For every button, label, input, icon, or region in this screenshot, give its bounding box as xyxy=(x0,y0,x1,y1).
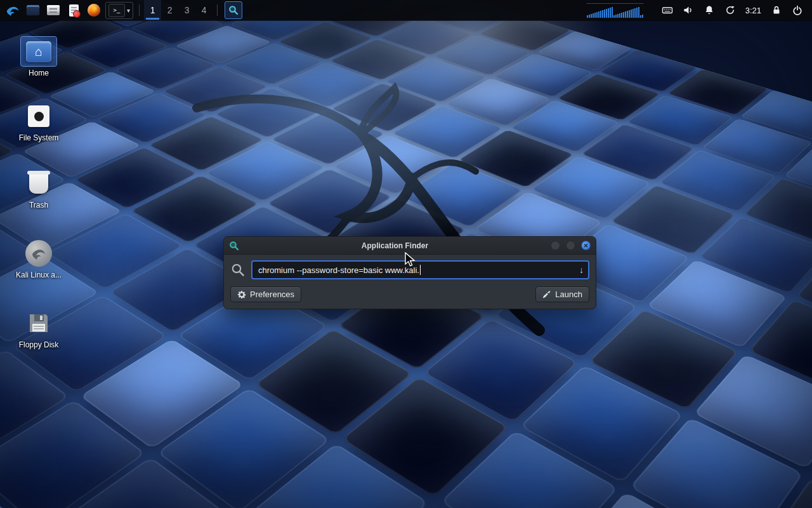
file-system-drive-icon xyxy=(21,102,56,131)
firefox-icon xyxy=(88,4,100,17)
application-finder-icon xyxy=(228,5,239,15)
file-manager-icon xyxy=(47,5,60,15)
launcher-firefox[interactable] xyxy=(85,1,103,19)
workspace-1[interactable]: 1 xyxy=(144,0,161,20)
top-panel: >_ ▾ | 1 2 3 4 | 3:21 xyxy=(0,0,812,20)
power-icon[interactable] xyxy=(792,4,803,16)
application-finder-window: Application Finder ✕ chromium --password… xyxy=(223,236,596,309)
titlebar[interactable]: Application Finder ✕ xyxy=(224,237,596,255)
desktop-icon-trash[interactable]: Trash xyxy=(11,169,67,210)
home-glyph: ⌂ xyxy=(35,44,43,59)
kali-logo-icon xyxy=(21,239,56,268)
search-input[interactable]: chromium --password-store=basic www.kali… xyxy=(251,260,589,279)
desktop-icon-file-system[interactable]: File System xyxy=(11,102,67,142)
close-button[interactable]: ✕ xyxy=(581,241,591,250)
search-query-text: chromium --password-store=basic www.kali… xyxy=(258,265,419,275)
desktop-icon-label: Home xyxy=(29,69,49,77)
audio-visualizer xyxy=(587,3,643,18)
launcher-text-editor[interactable] xyxy=(65,1,82,19)
lock-icon[interactable] xyxy=(771,4,782,16)
close-icon: ✕ xyxy=(584,243,589,249)
launch-rocket-icon xyxy=(542,290,551,299)
launcher-file-manager[interactable] xyxy=(44,1,62,19)
floppy-disk-icon xyxy=(21,309,56,338)
clock[interactable]: 3:21 xyxy=(745,6,761,15)
chevron-down-icon[interactable]: ▾ xyxy=(127,7,130,14)
launch-label: Launch xyxy=(555,290,582,299)
launch-button[interactable]: Launch xyxy=(535,286,589,302)
kali-dragon-art xyxy=(159,64,565,381)
volume-icon[interactable] xyxy=(683,4,694,16)
text-caret xyxy=(420,265,421,275)
entry-dropdown-arrow-icon[interactable]: ↓ xyxy=(579,265,584,275)
trash-can-icon xyxy=(21,169,56,198)
desktop-icon-kali-installer[interactable]: Kali Linux a... xyxy=(11,239,67,279)
desktop-icon-label: Floppy Disk xyxy=(19,341,59,349)
workspace-3[interactable]: 3 xyxy=(178,0,195,20)
preferences-button[interactable]: Preferences xyxy=(230,286,301,302)
text-editor-icon xyxy=(69,4,79,17)
search-icon xyxy=(230,262,246,277)
launcher-application-finder[interactable] xyxy=(225,1,242,19)
home-folder-icon: ⌂ xyxy=(21,37,56,66)
kali-menu-icon xyxy=(5,3,20,18)
desktop-icon-home[interactable]: ⌂ Home xyxy=(11,37,67,77)
workspace-4[interactable]: 4 xyxy=(195,0,213,20)
window-title: Application Finder xyxy=(239,241,551,250)
workspace-2[interactable]: 2 xyxy=(161,0,178,20)
desktop-icon-label: Kali Linux a... xyxy=(16,271,62,279)
maximize-button[interactable] xyxy=(566,241,575,250)
terminal-icon: >_ xyxy=(108,4,125,17)
sync-icon[interactable] xyxy=(724,4,736,16)
launcher-terminal[interactable]: >_ ▾ xyxy=(105,2,133,19)
desktop-icon-floppy[interactable]: Floppy Disk xyxy=(11,309,67,349)
window-manager-icon xyxy=(26,4,40,16)
gear-icon xyxy=(237,290,246,299)
panel-separator: | xyxy=(139,4,140,16)
application-finder-icon xyxy=(229,241,239,251)
desktop-icon-label: File System xyxy=(19,134,59,142)
kali-menu-button[interactable] xyxy=(4,1,22,19)
dialog-body: chromium --password-store=basic www.kali… xyxy=(224,255,596,309)
desktop-icon-label: Trash xyxy=(29,201,48,210)
panel-tray: 3:21 xyxy=(587,3,809,18)
preferences-label: Preferences xyxy=(250,290,294,299)
panel-separator: | xyxy=(217,4,218,16)
notifications-bell-icon[interactable] xyxy=(704,4,715,16)
launcher-window-manager[interactable] xyxy=(24,1,42,19)
keyboard-icon[interactable] xyxy=(662,4,673,16)
minimize-button[interactable] xyxy=(551,241,560,250)
